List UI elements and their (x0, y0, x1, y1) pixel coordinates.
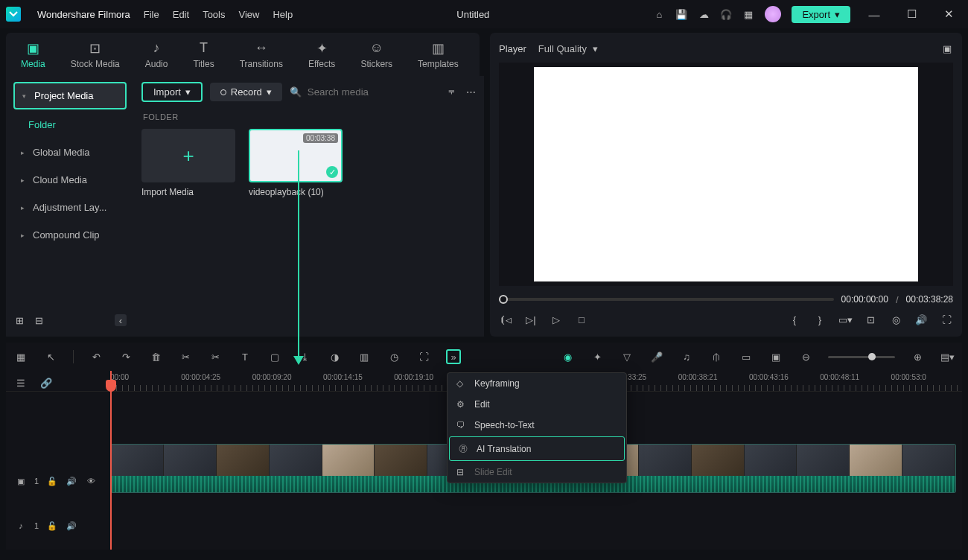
menu-tools[interactable]: Tools (203, 9, 225, 20)
tab-stickers[interactable]: ☺Stickers (360, 40, 392, 69)
crop-icon[interactable]: ✂ (208, 349, 223, 364)
mark-out-icon[interactable]: } (813, 314, 827, 325)
volume-icon[interactable]: 🔊 (914, 314, 928, 325)
sidebar-global-media[interactable]: ▸Global Media (13, 140, 127, 165)
menu-edit[interactable]: Edit (173, 9, 189, 20)
document-title: Untitled (306, 9, 640, 20)
tab-titles[interactable]: TTitles (193, 40, 214, 69)
mixer-icon[interactable]: ⫛ (709, 349, 724, 364)
zoom-slider[interactable] (828, 356, 895, 358)
track-view-icon[interactable]: ☰ (13, 375, 28, 390)
fullscreen-icon[interactable]: ⛶ (940, 314, 953, 325)
headset-icon[interactable]: 🎧 (720, 8, 732, 20)
close-button[interactable]: ✕ (935, 7, 962, 21)
marker-icon[interactable]: ▽ (620, 349, 634, 364)
sidebar-compound[interactable]: ▸Compound Clip (13, 223, 127, 247)
tab-stock[interactable]: ⊡Stock Media (71, 40, 120, 69)
redo-icon[interactable]: ↷ (118, 349, 133, 364)
preview-canvas[interactable] (499, 63, 953, 286)
zoom-out-icon[interactable]: ⊖ (798, 349, 813, 364)
minimize-button[interactable]: — (861, 8, 888, 21)
undo-icon[interactable]: ↶ (89, 349, 104, 364)
play-icon[interactable]: ▷ (550, 314, 563, 325)
video-track-header[interactable]: ▣1 🔓 🔊 👁 (6, 459, 110, 503)
detach-icon[interactable]: ⛶ (416, 349, 431, 364)
timer-icon[interactable]: ◷ (386, 349, 401, 364)
tab-transitions[interactable]: ↔Transitions (240, 40, 283, 69)
speed-down-icon[interactable]: ⤓ (297, 349, 312, 364)
sidebar-adjustment[interactable]: ▸Adjustment Lay... (13, 195, 127, 220)
tab-audio[interactable]: ♪Audio (145, 40, 168, 69)
view-mode-icon[interactable]: ▤▾ (940, 349, 955, 364)
tab-media[interactable]: ▣Media (21, 40, 45, 69)
menu-view[interactable]: View (238, 9, 259, 20)
zoom-in-icon[interactable]: ⊕ (910, 349, 925, 364)
mark-in-icon[interactable]: { (788, 314, 801, 325)
scrub-knob[interactable] (499, 295, 508, 304)
layout-icon[interactable]: ▦ (13, 349, 28, 364)
cut-icon[interactable]: ✂ (178, 349, 193, 364)
ctx-edit[interactable]: ⚙Edit (448, 394, 626, 415)
sidebar-project-media[interactable]: ▾ Project Media (13, 82, 127, 109)
more-icon[interactable]: ⋯ (465, 86, 477, 98)
audio-track-header[interactable]: ♪1 🔓 🔊 (6, 503, 110, 548)
stop-icon[interactable]: □ (575, 314, 588, 325)
lock-icon[interactable]: 🔓 (46, 477, 58, 486)
eye-icon[interactable]: 👁 (85, 477, 97, 486)
avatar[interactable] (765, 6, 781, 22)
enhance-icon[interactable]: ✦ (590, 349, 605, 364)
stt-icon: 🗨 (456, 420, 467, 430)
ctx-keyframing[interactable]: ◇Keyframing (448, 373, 626, 394)
new-bin-icon[interactable]: ⊟ (33, 314, 45, 326)
lock-icon[interactable]: 🔓 (46, 521, 58, 531)
text-icon[interactable]: T (238, 349, 252, 364)
playhead[interactable] (110, 371, 112, 550)
sidebar-cloud-media[interactable]: ▸Cloud Media (13, 168, 127, 192)
frame-icon[interactable]: ▣ (768, 349, 783, 364)
sidebar-folder[interactable]: Folder (13, 112, 127, 137)
snapshot-icon[interactable]: ▣ (941, 42, 953, 54)
scrub-bar[interactable] (499, 298, 834, 301)
mic-icon[interactable]: 🎤 (649, 349, 664, 364)
tab-effects[interactable]: ✦Effects (308, 40, 335, 69)
step-fwd-icon[interactable]: ▷| (524, 314, 538, 325)
ctx-ai-translation[interactable]: ㊊AI Translation (449, 436, 625, 461)
music-icon[interactable]: ♫ (679, 349, 694, 364)
display-icon[interactable]: ⊡ (864, 314, 877, 325)
new-folder-icon[interactable]: ⊞ (13, 314, 25, 326)
media-clip[interactable]: 00:03:38 ✓ videoplayback (10) (249, 129, 343, 197)
collapse-icon[interactable]: ‹ (115, 314, 127, 326)
link-icon[interactable]: 🔗 (39, 375, 54, 390)
render-icon[interactable]: ▭ (739, 349, 754, 364)
export-button[interactable]: Export ▾ (792, 6, 850, 23)
more-tools-button[interactable]: » (446, 349, 461, 364)
prev-frame-icon[interactable]: ⦗◁ (499, 314, 512, 325)
menu-help[interactable]: Help (273, 9, 293, 20)
cloud-icon[interactable]: ☁ (698, 8, 710, 20)
ctx-stt[interactable]: 🗨Speech-to-Text (448, 415, 626, 436)
record-button[interactable]: Record ▾ (210, 83, 282, 101)
ai-icon[interactable]: ◉ (560, 349, 575, 364)
quality-dropdown[interactable]: Full Quality▾ (538, 43, 598, 54)
camera-icon[interactable]: ◎ (889, 314, 902, 325)
select-icon[interactable]: ↖ (43, 349, 58, 364)
color-icon[interactable]: ◑ (327, 349, 342, 364)
mute-icon[interactable]: 🔊 (66, 521, 77, 531)
maximize-button[interactable]: ☐ (898, 7, 925, 21)
ratio-icon[interactable]: ▭▾ (838, 314, 852, 325)
search-box[interactable]: 🔍 (290, 86, 438, 98)
apps-icon[interactable]: ▦ (742, 8, 754, 20)
tab-templates[interactable]: ▥Templates (418, 40, 459, 69)
overlay-icon[interactable]: ▥ (357, 349, 372, 364)
search-input[interactable] (308, 86, 397, 98)
device-icon[interactable]: ⌂ (653, 8, 665, 20)
menu-file[interactable]: File (144, 9, 159, 20)
resize-icon[interactable]: ▢ (267, 349, 282, 364)
import-button[interactable]: Import ▾ (141, 82, 203, 102)
save-icon[interactable]: 💾 (675, 8, 687, 20)
slide-icon: ⊟ (456, 467, 467, 477)
import-media-tile[interactable]: + Import Media (141, 129, 235, 197)
mute-icon[interactable]: 🔊 (66, 477, 77, 486)
delete-icon[interactable]: 🗑 (148, 349, 163, 364)
filter-icon[interactable]: ⫧ (445, 86, 457, 98)
